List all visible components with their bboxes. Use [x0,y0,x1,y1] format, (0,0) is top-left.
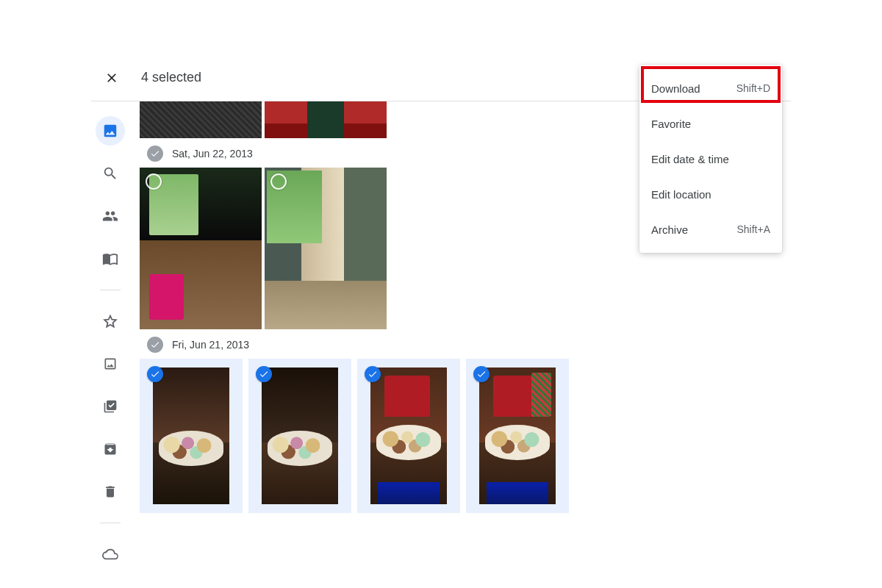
photo-thumbnail-selected[interactable] [466,359,569,513]
star-icon [102,313,118,329]
app-root: 4 selected [0,0,882,588]
cloud-icon [102,546,118,562]
date-group-header[interactable]: Fri, Jun 21, 2013 [147,337,791,353]
close-selection-button[interactable] [103,69,121,87]
overflow-menu: Download Shift+D Favorite Edit date & ti… [639,65,782,253]
photo-thumbnail[interactable] [140,168,262,329]
select-group-checkbox[interactable] [147,146,163,162]
image-icon [102,123,118,139]
sidebar-divider [100,290,121,290]
menu-item-label: Archive [651,223,688,236]
photo-thumbnail[interactable] [140,101,262,138]
sidebar-item-archive[interactable] [96,434,125,464]
date-label: Sat, Jun 22, 2013 [172,148,253,159]
selected-check-icon[interactable] [147,366,163,382]
sidebar-item-favorites[interactable] [96,306,125,336]
sidebar-item-search[interactable] [96,159,125,188]
menu-item-label: Download [651,82,700,95]
book-icon [102,251,118,267]
checkbox-multiple-icon [103,399,118,414]
menu-item-edit-location[interactable]: Edit location [639,176,782,212]
sidebar-item-trash[interactable] [96,477,125,506]
sidebar-divider [100,523,121,523]
menu-item-download[interactable]: Download Shift+D [639,71,782,106]
menu-item-favorite[interactable]: Favorite [639,106,782,141]
sidebar-item-sharing[interactable] [96,201,125,231]
select-group-checkbox[interactable] [147,337,163,353]
menu-item-shortcut: Shift+D [736,82,770,94]
menu-item-label: Favorite [651,118,691,130]
photo-row [140,359,791,513]
selected-check-icon[interactable] [473,366,490,382]
selection-ring-icon[interactable] [146,173,162,190]
search-icon [102,165,118,182]
photo-thumbnail-selected[interactable] [357,359,460,513]
album-icon [103,356,118,371]
photo-thumbnail[interactable] [265,168,387,329]
trash-icon [103,484,118,499]
sidebar-rail [93,116,128,569]
selection-count-label: 4 selected [141,70,201,85]
photo-thumbnail-selected[interactable] [140,359,243,513]
menu-item-edit-date[interactable]: Edit date & time [639,141,782,176]
photo-thumbnail[interactable] [265,101,387,138]
check-icon [150,148,160,159]
archive-icon [103,442,118,456]
sidebar-item-storage[interactable] [96,539,125,569]
close-icon [104,71,119,85]
selected-check-icon[interactable] [365,366,381,382]
menu-item-label: Edit date & time [651,153,729,165]
sidebar-item-library[interactable] [96,244,125,273]
photo-thumbnail-selected[interactable] [248,359,351,513]
sidebar-item-albums[interactable] [96,349,125,379]
date-label: Fri, Jun 21, 2013 [172,339,249,351]
menu-item-shortcut: Shift+A [736,223,770,235]
sidebar-item-photos[interactable] [96,116,125,146]
menu-item-label: Edit location [651,188,711,201]
people-icon [102,208,118,224]
selection-ring-icon[interactable] [270,173,287,190]
check-icon [150,340,160,350]
menu-item-archive[interactable]: Archive Shift+A [639,212,782,247]
selected-check-icon[interactable] [256,366,272,382]
sidebar-item-utilities[interactable] [96,392,125,421]
